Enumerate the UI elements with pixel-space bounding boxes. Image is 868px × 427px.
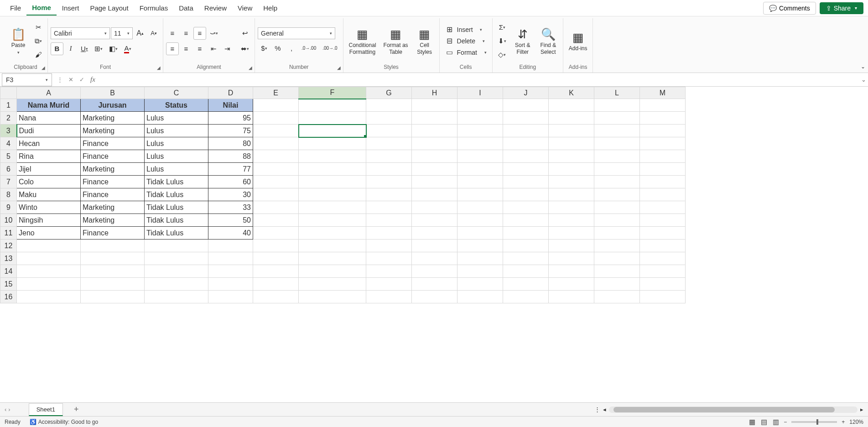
cell-D3[interactable]: 75 — [208, 125, 253, 137]
name-box[interactable]: F3▾ — [2, 73, 52, 86]
cell-G6[interactable] — [366, 163, 412, 176]
row-header-13[interactable]: 13 — [0, 252, 17, 265]
cell-G1[interactable] — [366, 99, 412, 112]
cell-E5[interactable] — [253, 150, 299, 163]
cell-F4[interactable] — [299, 137, 366, 150]
col-header-D[interactable]: D — [208, 87, 253, 99]
cell-D14[interactable] — [208, 265, 253, 278]
font-size-select[interactable]: 11▾ — [111, 27, 133, 39]
orientation-button[interactable]: ⤻▾ — [207, 27, 221, 40]
percent-button[interactable]: % — [271, 42, 284, 55]
cancel-formula-button[interactable]: ✕ — [66, 75, 76, 85]
comma-button[interactable]: , — [285, 42, 298, 55]
cell-C5[interactable]: Lulus — [145, 150, 208, 163]
cell-I5[interactable] — [457, 150, 503, 163]
cell-G16[interactable] — [366, 291, 412, 303]
accounting-button[interactable]: $▾ — [258, 42, 270, 55]
cell-K10[interactable] — [549, 214, 594, 227]
cell-K12[interactable] — [549, 240, 594, 252]
spreadsheet-grid[interactable]: ABCDEFGHIJKLM1Nama MuridJurusanStatusNil… — [0, 87, 868, 402]
cell-A4[interactable]: Hecan — [17, 137, 81, 150]
row-header-2[interactable]: 2 — [0, 112, 17, 125]
cell-L15[interactable] — [594, 278, 640, 291]
clipboard-launcher[interactable]: ◢ — [40, 64, 47, 71]
cell-H9[interactable] — [412, 201, 457, 214]
zoom-slider[interactable] — [791, 421, 837, 423]
cell-C2[interactable]: Lulus — [145, 112, 208, 125]
cell-A12[interactable] — [17, 240, 81, 252]
number-format-select[interactable]: General▾ — [258, 27, 335, 39]
cell-G5[interactable] — [366, 150, 412, 163]
cell-E2[interactable] — [253, 112, 299, 125]
cell-A9[interactable]: Winto — [17, 201, 81, 214]
cell-A10[interactable]: Ningsih — [17, 214, 81, 227]
cell-I10[interactable] — [457, 214, 503, 227]
cell-C6[interactable]: Lulus — [145, 163, 208, 176]
col-header-I[interactable]: I — [457, 87, 503, 99]
fx-dropdown[interactable]: ⋮ — [55, 75, 65, 85]
cell-G10[interactable] — [366, 214, 412, 227]
col-header-L[interactable]: L — [594, 87, 640, 99]
cell-E16[interactable] — [253, 291, 299, 303]
menu-file[interactable]: File — [5, 1, 26, 15]
page-break-view-button[interactable]: ▥ — [773, 418, 779, 426]
align-right-button[interactable]: ≡ — [193, 42, 206, 55]
cell-H15[interactable] — [412, 278, 457, 291]
cell-C14[interactable] — [145, 265, 208, 278]
cell-E3[interactable] — [253, 125, 299, 137]
fill-color-button[interactable]: ◧ ▾ — [106, 42, 120, 55]
cell-J11[interactable] — [503, 227, 549, 240]
cell-C7[interactable]: Tidak Lulus — [145, 176, 208, 188]
cell-I1[interactable] — [457, 99, 503, 112]
cell-F13[interactable] — [299, 252, 366, 265]
cell-E12[interactable] — [253, 240, 299, 252]
cell-A8[interactable]: Maku — [17, 188, 81, 201]
menu-page-layout[interactable]: Page Layout — [84, 1, 134, 15]
borders-button[interactable]: ⊞ ▾ — [92, 42, 105, 55]
cell-B4[interactable]: Finance — [81, 137, 145, 150]
row-header-11[interactable]: 11 — [0, 227, 17, 240]
cell-D11[interactable]: 40 — [208, 227, 253, 240]
cell-E4[interactable] — [253, 137, 299, 150]
cell-D1[interactable]: Nilai — [208, 99, 253, 112]
cell-M1[interactable] — [640, 99, 686, 112]
cell-G8[interactable] — [366, 188, 412, 201]
cell-B8[interactable]: Finance — [81, 188, 145, 201]
hscroll-menu[interactable]: ⋮ — [594, 406, 600, 413]
cell-M16[interactable] — [640, 291, 686, 303]
row-header-14[interactable]: 14 — [0, 265, 17, 278]
hscroll-left[interactable]: ◂ — [603, 406, 606, 413]
cell-I8[interactable] — [457, 188, 503, 201]
cell-D7[interactable]: 60 — [208, 176, 253, 188]
align-left-button[interactable]: ≡ — [166, 42, 179, 55]
align-bottom-button[interactable]: ≡ — [193, 27, 206, 40]
col-header-B[interactable]: B — [81, 87, 145, 99]
cell-L16[interactable] — [594, 291, 640, 303]
cell-L2[interactable] — [594, 112, 640, 125]
cell-B16[interactable] — [81, 291, 145, 303]
cell-H12[interactable] — [412, 240, 457, 252]
cell-K5[interactable] — [549, 150, 594, 163]
cell-I11[interactable] — [457, 227, 503, 240]
cell-H5[interactable] — [412, 150, 457, 163]
cell-C4[interactable]: Lulus — [145, 137, 208, 150]
cell-G13[interactable] — [366, 252, 412, 265]
cell-L11[interactable] — [594, 227, 640, 240]
cell-B6[interactable]: Marketing — [81, 163, 145, 176]
col-header-F[interactable]: F — [299, 87, 366, 99]
cell-I13[interactable] — [457, 252, 503, 265]
cell-F9[interactable] — [299, 201, 366, 214]
cell-E8[interactable] — [253, 188, 299, 201]
cell-I7[interactable] — [457, 176, 503, 188]
cell-E9[interactable] — [253, 201, 299, 214]
cell-F6[interactable] — [299, 163, 366, 176]
cell-I14[interactable] — [457, 265, 503, 278]
font-color-button[interactable]: A ▾ — [121, 42, 134, 55]
cell-G14[interactable] — [366, 265, 412, 278]
increase-decimal-button[interactable]: .0→.00 — [299, 42, 319, 55]
format-as-table-button[interactable]: ▦ Format as Table — [381, 25, 411, 57]
cell-J15[interactable] — [503, 278, 549, 291]
menu-formulas[interactable]: Formulas — [134, 1, 174, 15]
cell-G3[interactable] — [366, 125, 412, 137]
cell-I4[interactable] — [457, 137, 503, 150]
